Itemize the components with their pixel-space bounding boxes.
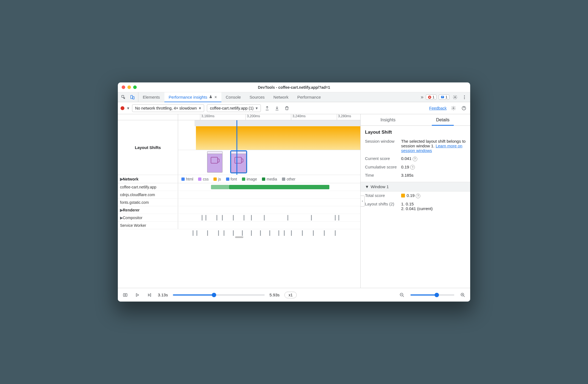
layout-shifts-track: Layout Shifts	[118, 120, 360, 175]
range-end-label: 5.93s	[270, 293, 280, 297]
devtools-window: DevTools - coffee-cart.netlify.app/?ad=1…	[118, 82, 470, 302]
tab-elements[interactable]: Elements	[138, 92, 164, 102]
maximize-window-icon[interactable]	[133, 85, 137, 89]
device-toolbar-icon[interactable]	[129, 94, 136, 101]
inspect-tools	[118, 92, 138, 102]
expand-network-icon[interactable]: ▶	[120, 177, 123, 181]
current-score-key: Current score	[365, 156, 398, 161]
help-icon[interactable]: ?	[416, 194, 420, 198]
minimize-window-icon[interactable]	[127, 85, 131, 89]
compositor-row: ▶ Compositor	[118, 214, 360, 222]
host-label: cdnjs.cloudflare.com	[120, 193, 155, 197]
tab-network[interactable]: Network	[269, 92, 293, 102]
tab-performance[interactable]: Performance	[293, 92, 325, 102]
list-item[interactable]: 1. 0.15	[401, 202, 466, 206]
window-section-header[interactable]: ▼ Window 1	[361, 182, 470, 191]
issues-badge[interactable]: 1	[439, 94, 449, 100]
renderer-track-header: ▶ Renderer	[118, 206, 360, 214]
legend-item: media	[262, 177, 277, 181]
task-tick	[251, 215, 252, 220]
zoom-out-icon[interactable]	[398, 291, 406, 299]
range-slider[interactable]	[173, 294, 265, 296]
zoom-slider[interactable]	[410, 294, 454, 296]
record-menu-caret[interactable]	[127, 106, 129, 110]
host-label: fonts.gstatic.com	[120, 200, 149, 205]
range-start-label: 3.13s	[158, 293, 168, 297]
expand-compositor-icon[interactable]: ▶	[120, 216, 123, 220]
play-icon[interactable]	[134, 291, 141, 299]
experiment-icon	[209, 95, 213, 99]
task-tick	[302, 230, 303, 236]
recording-select[interactable]: coffee-cart.netlify.app (1)	[207, 104, 261, 112]
task-tick	[338, 215, 339, 220]
cumulative-score-value: 0.19?	[401, 165, 466, 170]
record-button[interactable]	[121, 106, 124, 110]
list-item[interactable]: 2. 0.041 (current)	[401, 206, 466, 211]
import-icon[interactable]	[273, 105, 281, 112]
zoom-in-icon[interactable]	[459, 291, 466, 299]
layout-shift-thumbnail[interactable]	[207, 151, 222, 173]
task-tick	[291, 230, 292, 236]
close-window-icon[interactable]	[122, 85, 125, 89]
throttling-select[interactable]: No network throttling, 4× slowdown	[132, 104, 204, 112]
close-tab-icon[interactable]: ×	[214, 95, 217, 100]
details-panel: › Insights Details Layout Shift Session …	[361, 114, 470, 288]
help-icon[interactable]: ?	[413, 157, 417, 161]
svg-rect-1	[131, 95, 133, 99]
ruler-tick: 3,280ms	[337, 114, 351, 120]
delete-icon[interactable]	[283, 105, 290, 112]
export-icon[interactable]	[264, 105, 271, 112]
feedback-link[interactable]: Feedback	[429, 106, 447, 110]
task-tick	[311, 215, 312, 220]
panel-settings-gear-icon[interactable]	[450, 105, 457, 112]
tab-sources[interactable]: Sources	[245, 92, 269, 102]
horizontal-scroll-thumb[interactable]	[235, 236, 243, 238]
total-score-key: Total score	[365, 193, 398, 198]
chevron-down-icon	[199, 106, 201, 110]
svg-point-9	[453, 107, 454, 109]
task-tick	[233, 230, 234, 236]
window-title: DevTools - coffee-cart.netlify.app/?ad=1	[118, 85, 470, 90]
task-tick	[205, 215, 206, 220]
time-ruler: 3,160ms3,200ms3,240ms3,280ms	[118, 114, 360, 120]
task-tick	[242, 230, 243, 236]
help-icon[interactable]	[460, 105, 467, 112]
service-worker-label: Service Worker	[120, 223, 146, 228]
score-color-swatch	[401, 194, 405, 197]
collapse-panel-icon[interactable]: ›	[361, 196, 365, 207]
settings-gear-icon[interactable]	[452, 94, 459, 101]
tab-details[interactable]: Details	[415, 114, 470, 125]
help-icon[interactable]: ?	[410, 165, 415, 170]
network-request-bar[interactable]	[211, 185, 229, 189]
ruler-tick: 3,240ms	[291, 114, 306, 120]
details-tabs: Insights Details	[361, 114, 470, 126]
toggle-screenshots-icon[interactable]	[122, 291, 129, 299]
inspect-element-icon[interactable]	[120, 94, 127, 101]
layout-shifts-label: Layout Shifts	[135, 145, 161, 150]
service-worker-row: Service Worker	[118, 222, 360, 229]
more-tabs-icon[interactable]: »	[421, 94, 424, 100]
task-tick	[202, 215, 202, 220]
network-track-header: ▶ Network htmlcssjsfontimagemediaother	[118, 175, 360, 183]
playback-bar: 3.13s 5.93s x1	[118, 288, 470, 302]
svg-point-8	[464, 98, 465, 99]
legend-item: font	[226, 177, 237, 181]
renderer-label: Renderer	[123, 208, 139, 212]
panel-tabs-bar: Elements Performance insights × Console …	[118, 92, 470, 102]
task-tick	[335, 230, 336, 236]
timeline-area: 3,160ms3,200ms3,240ms3,280ms Layout Shif…	[118, 114, 361, 288]
tab-performance-insights[interactable]: Performance insights ×	[164, 92, 221, 102]
layout-shifts-key: Layout shifts (2)	[365, 202, 398, 206]
layout-shifts-overview	[178, 120, 360, 150]
layout-shift-thumbnail[interactable]	[231, 151, 246, 173]
jump-to-start-icon[interactable]	[146, 291, 153, 299]
kebab-menu-icon[interactable]	[461, 94, 468, 101]
expand-renderer-icon[interactable]: ▶	[120, 208, 123, 212]
tab-console[interactable]: Console	[221, 92, 245, 102]
errors-badge[interactable]: 1	[426, 94, 436, 100]
playhead-indicator[interactable]	[236, 120, 237, 175]
tab-insights[interactable]: Insights	[361, 114, 415, 125]
task-tick	[224, 230, 224, 236]
network-request-bar[interactable]	[229, 185, 329, 189]
speed-button[interactable]: x1	[284, 292, 297, 298]
